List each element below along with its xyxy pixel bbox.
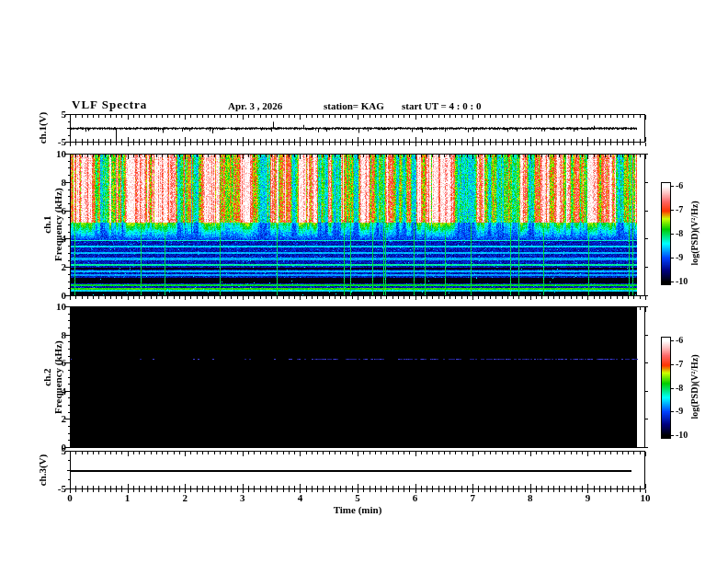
colorbar1-tick-label: -8: [676, 229, 683, 238]
station-label: station= KAG: [324, 100, 384, 111]
colorbar2-tick-label: -8: [676, 384, 683, 393]
ch1-wave-ytick-label: -5: [58, 137, 66, 147]
x-tick-label: 4: [298, 493, 303, 503]
colorbar2-tick-label: -10: [676, 431, 688, 440]
x-tick-label: 2: [182, 493, 188, 503]
ch2-spec-ytick-label: 8: [62, 329, 67, 339]
x-tick-label: 9: [586, 493, 591, 503]
colorbar2-tick-label: -7: [676, 360, 683, 369]
x-tick-label: 5: [355, 493, 360, 503]
ch2-spec-ytick-label: 4: [62, 385, 67, 396]
colorbar1-tick-label: -9: [676, 253, 683, 262]
ch1-wave-ytick-label: 5: [62, 109, 67, 120]
ch1-spec-ytick-label: 2: [62, 262, 67, 272]
ch1-spec-ytick-label: 0: [62, 291, 67, 301]
date-label: Apr. 3 , 2026: [228, 100, 282, 111]
ch1-spec-ytick-label: 4: [62, 234, 67, 244]
ch2-spec-ytick-label: 6: [62, 358, 67, 368]
ch1-spec-ytick-label: 10: [56, 149, 66, 159]
colorbar1-tick-label: -6: [676, 181, 683, 190]
figure-canvas: [0, 0, 728, 563]
x-tick-label: 3: [240, 493, 245, 503]
page-title: VLF Spectra: [72, 98, 147, 112]
x-tick-label: 10: [641, 493, 651, 503]
x-tick-label: 0: [67, 493, 73, 503]
colorbar1-tick-label: -7: [676, 205, 683, 214]
start-ut-label: start UT = 4 : 0 : 0: [402, 100, 481, 111]
x-tick-label: 7: [470, 493, 475, 503]
colorbar2-tick-label: -6: [676, 336, 683, 345]
vlf-spectra-figure: VLF Spectra Apr. 3 , 2026 station= KAG s…: [0, 0, 728, 563]
ch1-spec-ytick-label: 8: [62, 177, 67, 187]
ch2-spec-ytick-label: 2: [62, 414, 67, 424]
colorbar2-tick-label: -9: [676, 407, 683, 416]
ch2-spec-ytick-label: 10: [56, 302, 66, 312]
ch3-wave-ytick-label: 5: [62, 446, 67, 456]
x-axis-title: Time (min): [334, 504, 382, 515]
ch1-spec-ytick-label: 6: [62, 205, 67, 215]
ch3-wave-ytick-label: -5: [58, 484, 66, 494]
x-tick-label: 8: [528, 493, 533, 503]
x-tick-label: 1: [125, 493, 131, 503]
x-tick-label: 6: [413, 493, 418, 503]
colorbar1-tick-label: -10: [676, 277, 688, 286]
